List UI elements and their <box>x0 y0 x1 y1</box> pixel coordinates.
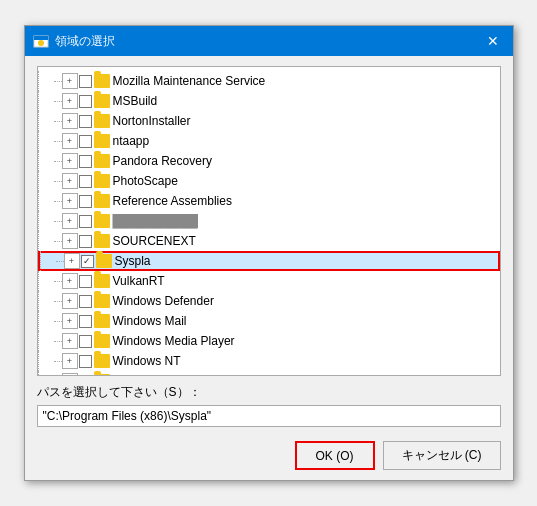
tree-lines <box>38 271 62 291</box>
tree-checkbox[interactable] <box>79 215 92 228</box>
folder-icon <box>96 254 112 268</box>
tree-expander[interactable]: + <box>62 233 78 249</box>
tree-hline <box>54 141 62 142</box>
tree-row[interactable]: +✓Syspla <box>38 251 500 271</box>
tree-item-label: VulkanRT <box>113 274 165 288</box>
folder-icon <box>94 194 110 208</box>
cancel-button[interactable]: キャンセル (C) <box>383 441 501 470</box>
tree-item-label: Pandora Recovery <box>113 154 212 168</box>
tree-checkbox[interactable] <box>79 335 92 348</box>
tree-expander[interactable]: + <box>62 293 78 309</box>
tree-item-label: Windows NT <box>113 354 181 368</box>
tree-checkbox[interactable] <box>79 75 92 88</box>
tree-row[interactable]: +Windows Photo Viewer <box>38 371 500 376</box>
folder-icon <box>94 374 110 376</box>
tree-vline <box>38 131 54 151</box>
tree-checkbox[interactable] <box>79 155 92 168</box>
tree-item-label: NortonInstaller <box>113 114 191 128</box>
tree-checkbox[interactable] <box>79 195 92 208</box>
tree-lines <box>38 191 62 211</box>
tree-checkbox[interactable] <box>79 175 92 188</box>
tree-hline <box>54 81 62 82</box>
tree-row[interactable]: +Mozilla Maintenance Service <box>38 71 500 91</box>
tree-expander[interactable]: + <box>62 353 78 369</box>
tree-lines <box>38 231 62 251</box>
tree-expander[interactable]: + <box>62 73 78 89</box>
tree-hline <box>54 121 62 122</box>
close-button[interactable]: ✕ <box>481 32 505 50</box>
tree-lines <box>38 131 62 151</box>
tree-item-label: Windows Photo Viewer <box>113 374 236 376</box>
folder-icon <box>94 314 110 328</box>
path-input[interactable] <box>37 405 501 427</box>
tree-row[interactable]: +ntaapp <box>38 131 500 151</box>
tree-checkbox[interactable] <box>79 235 92 248</box>
tree-row[interactable]: +PhotoScape <box>38 171 500 191</box>
tree-expander[interactable]: + <box>62 173 78 189</box>
tree-view[interactable]: +Mozilla Maintenance Service+MSBuild+Nor… <box>37 66 501 376</box>
tree-row[interactable]: +Pandora Recovery <box>38 151 500 171</box>
tree-expander[interactable]: + <box>62 133 78 149</box>
tree-expander[interactable]: + <box>62 273 78 289</box>
tree-checkbox[interactable] <box>79 135 92 148</box>
tree-expander[interactable]: + <box>62 113 78 129</box>
tree-item-label: Reference Assemblies <box>113 194 232 208</box>
tree-lines <box>38 311 62 331</box>
folder-icon <box>94 354 110 368</box>
tree-lines <box>38 291 62 311</box>
tree-checkbox[interactable] <box>79 275 92 288</box>
tree-vline <box>38 371 54 376</box>
tree-expander[interactable]: + <box>64 253 80 269</box>
folder-icon <box>94 114 110 128</box>
tree-checkbox[interactable] <box>79 295 92 308</box>
tree-expander[interactable]: + <box>62 93 78 109</box>
tree-checkbox[interactable] <box>79 115 92 128</box>
tree-item-label: Syspla <box>115 254 151 268</box>
tree-checkbox[interactable] <box>79 375 92 377</box>
path-label: パスを選択して下さい（S）： <box>37 384 501 401</box>
tree-vline <box>38 231 54 251</box>
tree-vline <box>38 291 54 311</box>
tree-expander[interactable]: + <box>62 373 78 376</box>
tree-row[interactable]: +VulkanRT <box>38 271 500 291</box>
tree-hline <box>54 221 62 222</box>
tree-vline <box>38 171 54 191</box>
folder-icon <box>94 234 110 248</box>
tree-vline <box>40 251 56 271</box>
title-bar: 領域の選択 ✕ <box>25 26 513 56</box>
tree-vline <box>38 151 54 171</box>
tree-lines <box>38 351 62 371</box>
tree-row[interactable]: +██████████ <box>38 211 500 231</box>
dialog-title: 領域の選択 <box>55 33 115 50</box>
tree-hline <box>54 281 62 282</box>
tree-expander[interactable]: + <box>62 333 78 349</box>
tree-vline <box>38 351 54 371</box>
tree-row[interactable]: +Windows Mail <box>38 311 500 331</box>
tree-checkbox[interactable] <box>79 315 92 328</box>
tree-row[interactable]: +Reference Assemblies <box>38 191 500 211</box>
tree-row[interactable]: +SOURCENEXT <box>38 231 500 251</box>
tree-expander[interactable]: + <box>62 193 78 209</box>
tree-row[interactable]: +NortonInstaller <box>38 111 500 131</box>
button-row: OK (O) キャンセル (C) <box>37 441 501 470</box>
tree-row[interactable]: +Windows Media Player <box>38 331 500 351</box>
dialog-icon <box>33 33 49 49</box>
tree-item-label: SOURCENEXT <box>113 234 196 248</box>
folder-icon <box>94 294 110 308</box>
tree-hline <box>54 321 62 322</box>
tree-vline <box>38 91 54 111</box>
ok-button[interactable]: OK (O) <box>295 441 375 470</box>
folder-icon <box>94 274 110 288</box>
tree-expander[interactable]: + <box>62 313 78 329</box>
tree-item-label: Windows Media Player <box>113 334 235 348</box>
tree-checkbox[interactable] <box>79 355 92 368</box>
tree-checkbox[interactable]: ✓ <box>81 255 94 268</box>
tree-checkbox[interactable] <box>79 95 92 108</box>
tree-expander[interactable]: + <box>62 153 78 169</box>
tree-expander[interactable]: + <box>62 213 78 229</box>
tree-row[interactable]: +Windows Defender <box>38 291 500 311</box>
folder-icon <box>94 154 110 168</box>
tree-vline <box>38 331 54 351</box>
tree-row[interactable]: +MSBuild <box>38 91 500 111</box>
tree-row[interactable]: +Windows NT <box>38 351 500 371</box>
